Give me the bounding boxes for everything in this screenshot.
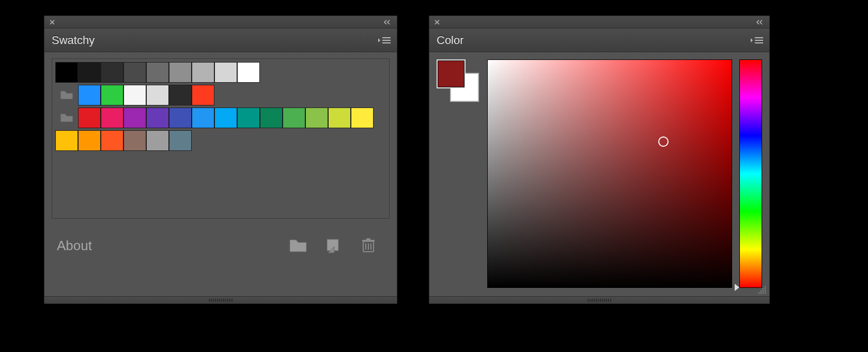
folder-icon[interactable] [55, 85, 78, 105]
svg-point-18 [765, 290, 766, 292]
svg-rect-11 [755, 40, 763, 41]
color-tabbar: Color [429, 28, 769, 52]
swatch[interactable] [283, 108, 305, 128]
swatch[interactable] [123, 62, 146, 83]
svg-rect-2 [382, 42, 391, 43]
swatchy-footer: About [52, 219, 390, 258]
swatch[interactable] [78, 62, 101, 83]
swatch[interactable] [169, 62, 192, 83]
swatch[interactable] [146, 62, 169, 83]
saturation-value-field[interactable] [487, 59, 732, 288]
color-titlebar [429, 16, 769, 28]
swatch[interactable] [146, 130, 169, 151]
hue-indicator-icon [735, 284, 739, 291]
panel-menu-icon[interactable] [750, 33, 764, 48]
fg-bg-swatches [437, 59, 480, 288]
swatch[interactable] [123, 85, 146, 105]
swatchy-tabbar: Swatchy [44, 28, 397, 52]
swatch[interactable] [55, 130, 78, 151]
panel-menu-icon[interactable] [377, 33, 392, 48]
swatch[interactable] [351, 108, 374, 128]
swatch[interactable] [101, 85, 123, 105]
swatch[interactable] [192, 62, 214, 83]
svg-rect-5 [362, 240, 375, 241]
swatch[interactable] [146, 85, 169, 105]
svg-rect-10 [755, 37, 763, 38]
swatch[interactable] [101, 108, 123, 128]
resize-grip-bar[interactable] [44, 296, 397, 303]
swatchy-panel: Swatchy About [44, 16, 397, 304]
swatch[interactable] [169, 85, 192, 105]
new-folder-button[interactable] [282, 233, 314, 258]
swatch[interactable] [328, 108, 351, 128]
swatchy-titlebar [44, 16, 397, 28]
trash-button[interactable] [352, 233, 384, 258]
collapse-icon[interactable] [381, 18, 394, 27]
swatch[interactable] [78, 130, 101, 151]
svg-rect-12 [755, 42, 763, 43]
swatch[interactable] [169, 108, 192, 128]
new-swatch-button[interactable] [317, 233, 349, 258]
folder-icon[interactable] [55, 108, 78, 128]
resize-grip-bar[interactable] [429, 296, 769, 303]
swatch[interactable] [192, 108, 214, 128]
swatch[interactable] [55, 62, 78, 83]
svg-point-17 [763, 290, 764, 292]
svg-point-15 [765, 288, 766, 290]
svg-point-20 [761, 293, 762, 294]
swatch[interactable] [78, 85, 101, 105]
svg-rect-0 [382, 37, 391, 38]
swatchy-tab-label[interactable]: Swatchy [52, 34, 95, 47]
svg-point-14 [763, 288, 764, 290]
swatch[interactable] [101, 130, 123, 151]
swatch[interactable] [260, 108, 283, 128]
swatch[interactable] [237, 62, 260, 83]
swatch[interactable] [169, 130, 192, 151]
svg-point-19 [758, 293, 760, 294]
swatch[interactable] [123, 130, 146, 151]
swatch-row [55, 130, 386, 151]
swatch[interactable] [237, 108, 260, 128]
collapse-icon[interactable] [754, 18, 766, 27]
swatch-row [55, 62, 386, 83]
svg-point-22 [765, 293, 766, 294]
color-body [429, 52, 769, 295]
swatch[interactable] [214, 62, 237, 83]
swatch[interactable] [214, 108, 237, 128]
swatch[interactable] [146, 108, 169, 128]
swatch[interactable] [123, 108, 146, 128]
hue-slider[interactable] [739, 59, 762, 288]
color-panel: Color [429, 16, 770, 304]
close-icon[interactable] [48, 18, 57, 27]
swatch[interactable] [305, 108, 328, 128]
color-tab-label[interactable]: Color [437, 34, 464, 47]
swatch-row [55, 108, 386, 128]
svg-point-21 [763, 293, 764, 294]
swatchy-body: About [44, 52, 397, 265]
foreground-color-swatch[interactable] [437, 59, 466, 88]
svg-rect-6 [366, 238, 370, 240]
svg-point-13 [765, 286, 766, 288]
svg-rect-1 [382, 40, 391, 41]
swatch-grid [52, 58, 390, 219]
swatch[interactable] [192, 85, 214, 105]
close-icon[interactable] [432, 18, 442, 27]
about-link[interactable]: About [57, 238, 92, 254]
swatch-row [55, 85, 386, 105]
svg-point-16 [761, 290, 762, 292]
swatch[interactable] [78, 108, 101, 128]
swatch[interactable] [101, 62, 123, 83]
resize-corner-icon[interactable] [757, 285, 767, 295]
